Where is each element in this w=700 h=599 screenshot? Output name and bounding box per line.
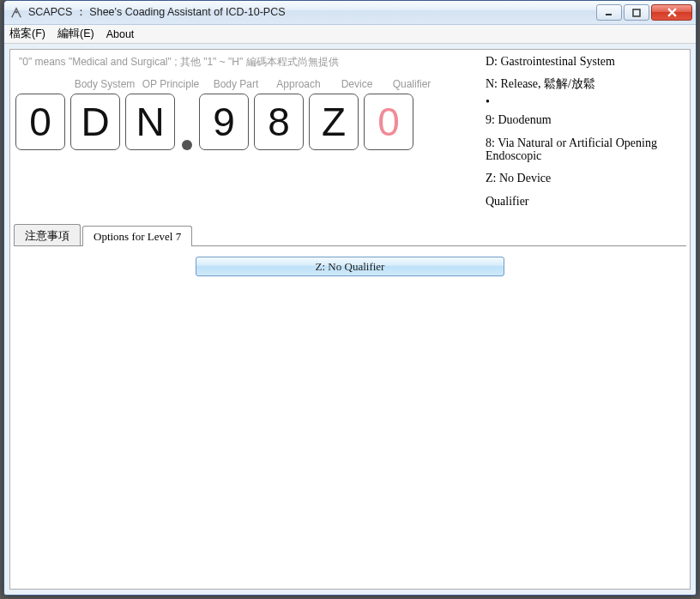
app-window: SCAPCS ： Shee's Coading Assistant of ICD… [3, 0, 697, 596]
label-qualifier: Qualifier [386, 78, 438, 90]
titlebar[interactable]: SCAPCS ： Shee's Coading Assistant of ICD… [4, 1, 696, 25]
code-area: "0" means "Medical and Surgical" ; 其他 "1… [15, 53, 477, 217]
code-box-5[interactable]: 8 [254, 94, 304, 150]
hint-text: "0" means "Medical and Surgical" ; 其他 "1… [15, 53, 477, 75]
desc-body-system: D: Gastrointestinal System [486, 55, 683, 68]
code-box-1[interactable]: 0 [15, 94, 65, 150]
desc-approach: 8: Via Natural or Artificial Opening End… [486, 136, 683, 163]
app-icon [9, 6, 23, 20]
maximize-button[interactable] [624, 4, 649, 21]
client-area: "0" means "Medical and Surgical" ; 其他 "1… [9, 49, 691, 590]
menu-file[interactable]: 檔案(F) [9, 27, 45, 41]
close-button[interactable] [651, 4, 692, 21]
menu-edit[interactable]: 編輯(E) [57, 27, 94, 41]
label-approach: Approach [269, 78, 328, 90]
window-title: SCAPCS ： Shee's Coading Assistant of ICD… [28, 5, 596, 20]
label-device: Device [328, 78, 386, 90]
code-box-7[interactable]: 0 [364, 94, 413, 150]
label-body-system: Body System [70, 78, 139, 90]
menu-about[interactable]: About [106, 28, 135, 40]
code-box-3[interactable]: N [125, 94, 175, 150]
minimize-button[interactable] [596, 4, 622, 21]
option-z-no-qualifier[interactable]: Z: No Qualifier [196, 257, 504, 276]
description-panel: D: Gastrointestinal System N: Release, 鬆… [486, 53, 683, 217]
label-op-principle: OP Principle [139, 78, 202, 90]
desc-body-part: 9: Duodenum [486, 113, 683, 126]
desc-qualifier: Qualifier [486, 195, 683, 208]
desc-bullet: • [486, 95, 683, 108]
code-box-6[interactable]: Z [309, 94, 359, 150]
axis-labels-row: Body System OP Principle Body Part Appro… [15, 75, 477, 92]
label-body-part: Body Part [202, 78, 269, 90]
desc-operation: N: Release, 鬆解/放鬆 [486, 77, 683, 90]
desc-device: Z: No Device [486, 172, 683, 185]
tab-options[interactable]: Options for Level 7 [82, 226, 192, 246]
tab-content: Z: No Qualifier [14, 245, 686, 584]
svg-point-0 [15, 10, 17, 12]
code-box-4[interactable]: 9 [199, 94, 249, 150]
menubar: 檔案(F) 編輯(E) About [4, 25, 696, 44]
svg-rect-2 [633, 9, 640, 16]
code-box-2[interactable]: D [70, 94, 120, 150]
tab-strip: 注意事項 Options for Level 7 [10, 224, 690, 246]
dot-separator [182, 140, 192, 150]
tab-notes[interactable]: 注意事項 [14, 224, 81, 246]
